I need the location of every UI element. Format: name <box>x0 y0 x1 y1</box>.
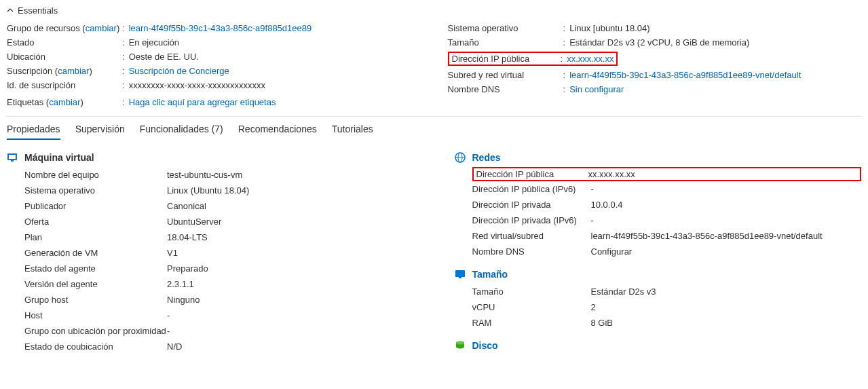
location-row: Ubicación : Oeste de EE. UU. <box>7 50 421 64</box>
tags-add-link[interactable]: Haga clic aquí para agregar etiquetas <box>129 97 421 107</box>
vm-gen-value: V1 <box>167 248 414 258</box>
net-dns-value[interactable]: Configurar <box>591 246 862 257</box>
tags-label: Etiquetas <box>7 97 43 107</box>
host-group-value[interactable]: Ninguno <box>167 295 414 305</box>
dns-label: Nombre DNS <box>448 84 563 94</box>
tags-row: Etiquetas (cambiar) : Haga clic aquí par… <box>7 95 421 109</box>
agent-state-label: Estado del agente <box>24 263 167 274</box>
sz-ram-label: RAM <box>472 318 591 328</box>
status-value: En ejecución <box>129 37 421 48</box>
status-label: Estado <box>7 37 122 48</box>
agent-version-label: Versión del agente <box>24 279 167 289</box>
net-vnet-subnet-value[interactable]: learn-4f49f55b-39c1-43a3-856c-a9f885d1ee… <box>591 231 862 241</box>
svg-rect-2 <box>11 160 14 162</box>
net-public-ip-v6-label: Dirección IP pública (IPv6) <box>472 184 591 194</box>
public-ip-highlight: Dirección IP pública : xx.xxx.xx.xx <box>448 52 618 66</box>
tab-tutorials[interactable]: Tutoriales <box>332 124 373 140</box>
network-icon <box>455 152 466 163</box>
offer-row: OfertaUbuntuServer <box>7 214 414 229</box>
tab-monitoring[interactable]: Supervisión <box>75 124 125 140</box>
resource-group-change-link[interactable]: cambiar <box>86 23 117 33</box>
plan-value: 18.04-LTS <box>167 232 414 242</box>
os-label: Sistema operativo <box>448 23 563 33</box>
sz-vcpu-value: 2 <box>591 302 862 312</box>
sz-vcpu-row: vCPU2 <box>455 299 862 315</box>
disk-section-header: Disco <box>455 340 862 351</box>
net-private-ip-v6-row: Dirección IP privada (IPv6)- <box>455 212 862 228</box>
tab-properties[interactable]: Propiedades <box>7 124 60 140</box>
offer-label: Oferta <box>24 217 167 227</box>
net-vnet-subnet-row: Red virtual/subredlearn-4f49f55b-39c1-43… <box>455 228 862 244</box>
dns-value[interactable]: Sin configurar <box>569 84 861 94</box>
net-private-ip-v6-value: - <box>591 215 862 225</box>
svg-rect-7 <box>459 277 461 278</box>
essentials-toggle[interactable]: Essentials <box>7 5 861 18</box>
tab-recommendations[interactable]: Recomendaciones <box>238 124 317 140</box>
sz-size-value: Estándar D2s v3 <box>591 286 862 297</box>
network-section-header: Redes <box>455 152 862 163</box>
properties-left: Máquina virtual Nombre del equipotest-ub… <box>7 152 414 355</box>
vm-icon <box>7 152 18 163</box>
network-section-title[interactable]: Redes <box>472 152 501 163</box>
essentials-title: Essentials <box>18 5 58 16</box>
subscription-id-value: xxxxxxxx-xxxx-xxxx-xxxxxxxxxxxxx <box>129 80 421 90</box>
computer-name-value: test-ubuntu-cus-vm <box>167 170 414 180</box>
sz-ram-value: 8 GiB <box>591 318 862 328</box>
subscription-change-link[interactable]: cambiar <box>58 66 89 76</box>
agent-state-row: Estado del agentePreparado <box>7 261 414 276</box>
subnet-vnet-label: Subred y red virtual <box>448 70 563 80</box>
host-value: - <box>167 310 414 320</box>
agent-version-row: Versión del agente2.3.1.1 <box>7 276 414 292</box>
tabs: Propiedades Supervisión Funcionalidades … <box>7 117 861 140</box>
subnet-vnet-row: Subred y red virtual : learn-4f49f55b-39… <box>448 68 862 82</box>
subnet-vnet-value[interactable]: learn-4f49f55b-39c1-43a3-856c-a9f885d1ee… <box>569 70 861 80</box>
properties-body: Máquina virtual Nombre del equipotest-ub… <box>7 140 861 355</box>
size-section-header: Tamaño <box>455 269 862 280</box>
plan-label: Plan <box>24 232 167 242</box>
disk-icon <box>455 340 466 351</box>
size-section-title[interactable]: Tamaño <box>472 269 508 280</box>
svg-rect-6 <box>455 270 465 277</box>
public-ip-row: Dirección IP pública : xx.xxx.xx.xx <box>448 50 862 68</box>
proximity-group-label: Grupo con ubicación por proximidad <box>24 326 167 336</box>
vm-os-label: Sistema operativo <box>24 185 167 196</box>
net-dns-label: Nombre DNS <box>472 246 591 257</box>
subscription-id-row: Id. de suscripción : xxxxxxxx-xxxx-xxxx-… <box>7 78 421 92</box>
net-dns-row: Nombre DNSConfigurar <box>455 244 862 259</box>
subscription-label: Suscripción <box>7 66 52 76</box>
public-ip-value[interactable]: xx.xxx.xx.xx <box>567 54 614 64</box>
subscription-id-label: Id. de suscripción <box>7 80 122 90</box>
resource-group-label: Grupo de recursos <box>7 23 80 33</box>
os-row: Sistema operativo : Linux [ubuntu 18.04) <box>448 21 862 35</box>
net-public-ip-value[interactable]: xx.xxx.xx.xx <box>588 169 858 179</box>
net-private-ip-value: 10.0.0.4 <box>591 200 862 210</box>
resource-group-value[interactable]: learn-4f49f55b-39c1-43a3-856c-a9f885d1ee… <box>129 23 421 33</box>
properties-right: Redes Dirección IP pública xx.xxx.xx.xx … <box>455 152 862 355</box>
net-public-ip-row: Dirección IP pública xx.xxx.xx.xx <box>455 167 862 181</box>
sz-ram-row: RAM8 GiB <box>455 315 862 331</box>
svg-point-9 <box>456 341 464 345</box>
disk-section-title[interactable]: Disco <box>472 340 498 351</box>
size-label: Tamaño <box>448 37 563 48</box>
subscription-value[interactable]: Suscripción de Concierge <box>129 66 421 76</box>
colocation-status-value: N/D <box>167 341 414 352</box>
sz-size-row: TamañoEstándar D2s v3 <box>455 284 862 299</box>
proximity-group-row: Grupo con ubicación por proximidad- <box>7 323 414 339</box>
computer-name-label: Nombre del equipo <box>24 170 167 180</box>
host-group-label: Grupo host <box>24 295 167 305</box>
agent-version-value: 2.3.1.1 <box>167 279 414 289</box>
status-row: Estado : En ejecución <box>7 35 421 50</box>
net-private-ip-v6-label: Dirección IP privada (IPv6) <box>472 215 591 225</box>
dns-row: Nombre DNS : Sin configurar <box>448 82 862 96</box>
host-row: Host- <box>7 308 414 323</box>
vm-gen-label: Generación de VM <box>24 248 167 258</box>
vm-section-header: Máquina virtual <box>7 152 414 163</box>
sz-vcpu-label: vCPU <box>472 302 591 312</box>
net-public-ip-label: Dirección IP pública <box>476 169 588 179</box>
computer-name-row: Nombre del equipotest-ubuntu-cus-vm <box>7 167 414 183</box>
publisher-row: PublicadorCanonical <box>7 198 414 214</box>
tab-capabilities[interactable]: Funcionalidades (7) <box>140 124 223 140</box>
tags-change-link[interactable]: cambiar <box>49 97 80 107</box>
public-ip-label: Dirección IP pública <box>452 54 561 64</box>
size-value: Estándar D2s v3 (2 vCPU, 8 GiB de memori… <box>569 37 861 48</box>
